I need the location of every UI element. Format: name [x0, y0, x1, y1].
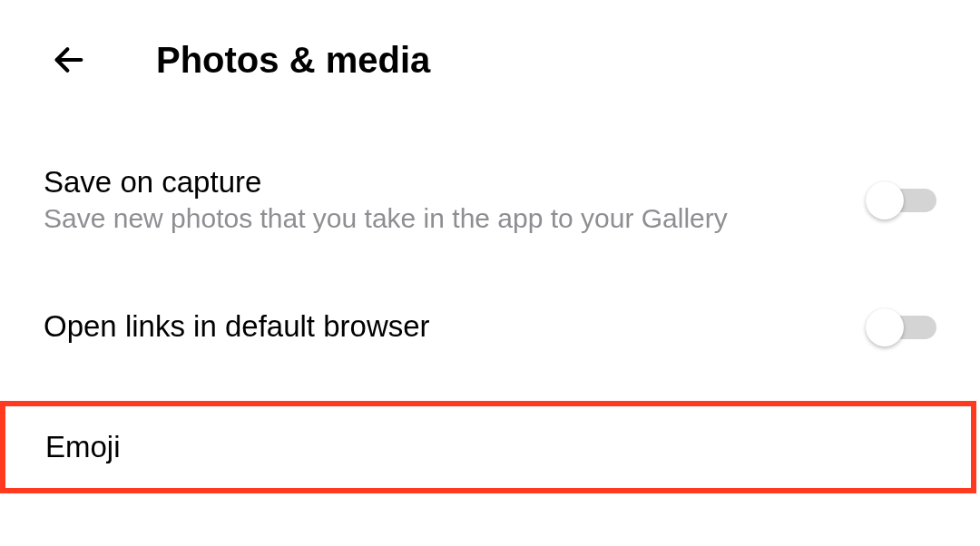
settings-list: Save on capture Save new photos that you… — [0, 102, 980, 493]
setting-text: Emoji — [45, 430, 927, 464]
setting-title: Emoji — [45, 430, 927, 464]
toggle-thumb — [866, 181, 904, 219]
setting-text: Open links in default browser — [44, 309, 866, 344]
page-title: Photos & media — [156, 40, 430, 81]
setting-open-links[interactable]: Open links in default browser — [0, 290, 980, 363]
setting-subtitle: Save new photos that you take in the app… — [44, 203, 866, 234]
setting-emoji[interactable]: Emoji — [0, 401, 976, 493]
setting-title: Save on capture — [44, 165, 866, 200]
setting-save-on-capture[interactable]: Save on capture Save new photos that you… — [0, 147, 980, 252]
toggle-thumb — [866, 308, 904, 346]
back-arrow-icon — [51, 42, 87, 78]
header: Photos & media — [0, 0, 980, 102]
setting-text: Save on capture Save new photos that you… — [44, 165, 866, 234]
setting-title: Open links in default browser — [44, 309, 866, 344]
back-button[interactable] — [45, 36, 93, 83]
toggle-save-on-capture[interactable] — [866, 181, 936, 218]
toggle-open-links[interactable] — [866, 308, 936, 345]
